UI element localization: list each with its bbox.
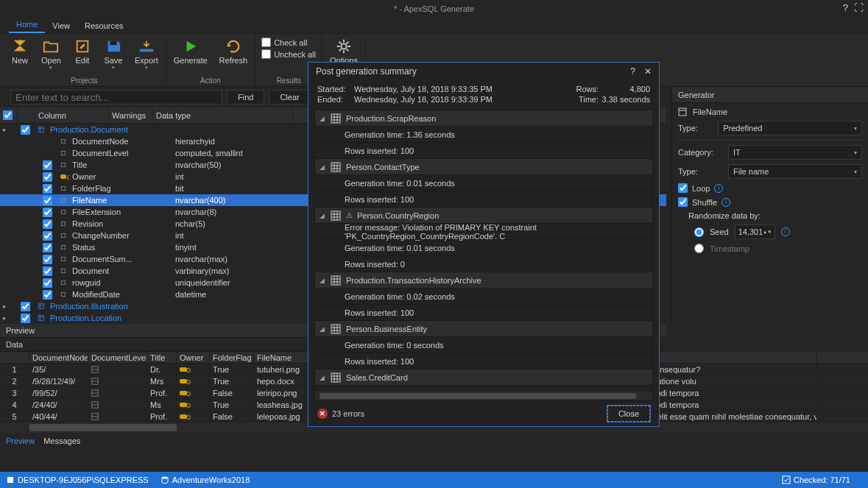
summary-detail-row: Rows inserted: 100	[315, 191, 652, 208]
edit-icon	[73, 37, 92, 56]
summary-detail-row: Rows inserted: 0	[315, 256, 652, 272]
summary-table-row[interactable]: ◢Production.ScrapReason	[315, 110, 652, 127]
summary-table-row[interactable]: ◢Person.ContactType	[315, 159, 652, 175]
svg-rect-37	[679, 108, 686, 116]
table-icon	[330, 113, 342, 124]
expander-icon[interactable]: ◢	[318, 325, 325, 333]
expander-icon[interactable]: ◢	[318, 115, 325, 122]
tab-resources[interactable]: Resources	[77, 18, 131, 33]
messages-tab[interactable]: Messages	[43, 436, 80, 445]
modal-errors: 23 errors	[332, 409, 364, 418]
svg-rect-47	[331, 163, 340, 171]
key-icon	[180, 367, 187, 372]
open-button[interactable]: Open▾	[37, 35, 66, 72]
randomize-label: Randomize data by:	[678, 211, 862, 220]
status-checked: Checked: 71/71	[794, 475, 850, 484]
type-select[interactable]: Predefined▾	[718, 121, 862, 135]
close-button[interactable]: Close	[607, 406, 650, 422]
check-all-checkbox[interactable]: Check all	[261, 38, 316, 47]
key-icon	[60, 174, 66, 179]
status-db: AdventureWorks2018	[172, 475, 250, 484]
seed-radio[interactable]	[694, 227, 704, 237]
key-icon	[180, 414, 187, 419]
error-icon: ✕	[317, 409, 328, 419]
modal-results-list[interactable]: ◢Production.ScrapReasonGeneration time: …	[314, 110, 653, 401]
export-icon	[137, 37, 156, 56]
category-select[interactable]: IT▾	[728, 145, 862, 160]
summary-detail-row: Generation time: 0 seconds	[315, 337, 652, 353]
play-icon	[181, 37, 200, 56]
titlebar: * - ApexSQL Generate ? ⛶	[0, 0, 868, 18]
generate-button[interactable]: Generate	[169, 35, 212, 66]
key-icon	[180, 403, 187, 407]
summary-detail-row: Rows inserted: 100	[315, 143, 652, 159]
generator-title: Generator	[672, 87, 868, 103]
table-icon	[330, 372, 342, 383]
summary-detail-row: Rows inserted: 100	[315, 305, 652, 321]
save-button[interactable]: Save▾	[99, 35, 127, 72]
maximize-icon[interactable]: ⛶	[854, 2, 864, 13]
loop-checkbox[interactable]: Loop i	[678, 183, 862, 193]
summary-table-row[interactable]: ◢Sales.CreditCard	[315, 369, 652, 386]
modal-started: Wednesday, July 18, 2018 9:33:35 PM	[354, 85, 569, 93]
tab-home[interactable]: Home	[9, 17, 45, 33]
search-input[interactable]	[10, 90, 222, 105]
uncheck-all-checkbox[interactable]: Uncheck all	[261, 49, 316, 59]
summary-detail-row: Rows inserted: 100	[315, 353, 652, 369]
info-icon[interactable]: i	[714, 184, 723, 193]
type2-select[interactable]: File name▾	[728, 164, 862, 179]
svg-rect-12	[61, 198, 65, 202]
summary-detail-row: Generation time: 0.01 seconds	[315, 240, 652, 256]
summary-table-row[interactable]: ◢Production.TransactionHistoryArchive	[315, 272, 652, 289]
export-button[interactable]: Export▾	[130, 35, 163, 72]
svg-rect-15	[61, 233, 65, 237]
svg-rect-67	[331, 373, 340, 382]
timestamp-radio[interactable]	[694, 244, 704, 253]
expander-icon[interactable]: ◢	[318, 277, 325, 284]
menu-tabs: Home View Resources	[0, 18, 868, 34]
help-icon[interactable]: ?	[843, 2, 848, 13]
svg-rect-20	[61, 292, 65, 296]
svg-rect-14	[61, 222, 65, 225]
seed-input[interactable]: 14,301 ▲▼	[735, 224, 775, 239]
tab-view[interactable]: View	[45, 18, 77, 33]
status-bar: DESKTOP-9EJ056P\SQLEXPRESS AdventureWork…	[0, 472, 868, 488]
svg-rect-24	[39, 316, 44, 321]
clear-button[interactable]: Clear	[269, 90, 310, 105]
svg-rect-52	[331, 211, 340, 220]
expander-icon[interactable]: ◢	[318, 212, 325, 219]
expander-icon[interactable]: ◢	[318, 374, 325, 381]
shuffle-checkbox[interactable]: Shuffle i	[678, 197, 862, 207]
svg-rect-62	[331, 325, 340, 333]
svg-rect-57	[331, 276, 340, 285]
table-icon	[330, 323, 342, 335]
summary-table-row[interactable]: ◢⚠Person.CountryRegion	[315, 208, 652, 224]
check-all-tree[interactable]	[3, 110, 13, 120]
info-icon[interactable]: i	[781, 227, 790, 236]
database-icon	[160, 475, 169, 484]
svg-rect-5	[39, 127, 44, 132]
gear-icon	[334, 37, 353, 56]
app-title: * - ApexSQL Generate	[394, 4, 474, 13]
help-icon[interactable]: ?	[630, 66, 635, 77]
summary-table-row[interactable]: ◢Person.BusinessEntity	[315, 321, 652, 337]
find-button[interactable]: Find	[227, 90, 264, 105]
table-icon	[330, 275, 342, 286]
edit-button[interactable]: Edit	[68, 35, 96, 72]
generator-panel: Generator FileName Type: Predefined▾ Cat…	[671, 87, 868, 325]
summary-detail-row: Generation time: 0.01 seconds	[315, 175, 652, 191]
svg-rect-17	[61, 257, 65, 261]
modal-scrollbar[interactable]	[315, 392, 652, 400]
preview-tab[interactable]: Preview	[6, 436, 35, 445]
svg-rect-19	[61, 280, 65, 284]
expander-icon[interactable]: ◢	[318, 163, 325, 171]
new-button[interactable]: New	[6, 35, 34, 72]
info-icon[interactable]: i	[721, 198, 730, 207]
refresh-button[interactable]: Refresh	[215, 35, 253, 66]
close-icon[interactable]: ✕	[644, 66, 652, 77]
modal-ended: Wednesday, July 18, 2018 9:33:39 PM	[354, 95, 569, 104]
svg-rect-2	[110, 41, 116, 46]
svg-rect-18	[61, 269, 65, 272]
svg-rect-3	[140, 49, 153, 52]
svg-point-40	[162, 477, 168, 479]
